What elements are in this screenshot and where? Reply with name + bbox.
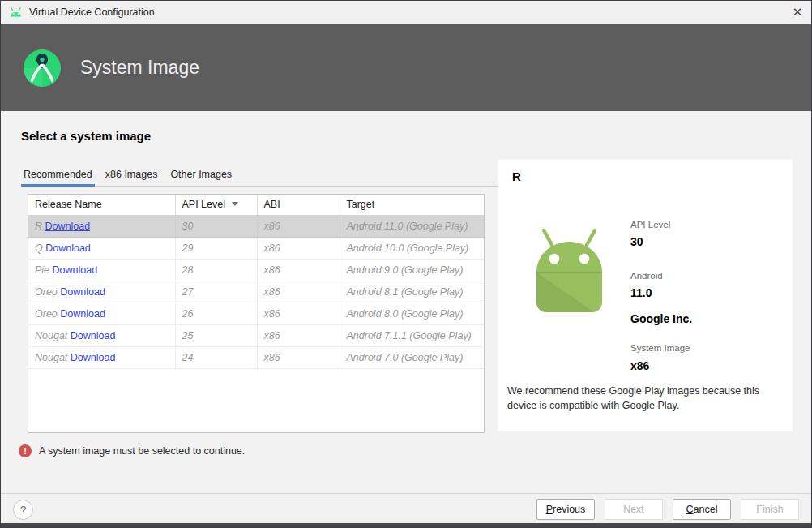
api-level-cell: 28 — [175, 259, 257, 281]
api-level-value: 30 — [630, 235, 643, 248]
release-name: Oreo — [35, 308, 58, 320]
system-image-value: x86 — [630, 359, 649, 372]
table-row[interactable]: Q Download 29 x86 Android 10.0 (Google P… — [28, 237, 484, 259]
tab-other-images[interactable]: Other Images — [168, 165, 234, 187]
target-cell: Android 9.0 (Google Play) — [340, 259, 484, 281]
target-cell: Android 7.0 (Google Play) — [340, 346, 484, 368]
download-link[interactable]: Download — [71, 330, 116, 341]
target-cell: Android 7.1.1 (Google Play) — [340, 324, 484, 346]
android-version-value: 11.0 — [630, 286, 652, 299]
api-level-cell: 27 — [175, 281, 257, 303]
column-header-api-level[interactable]: API Level — [175, 195, 257, 215]
table-row[interactable]: Oreo Download 27 x86 Android 8.1 (Google… — [28, 281, 484, 303]
android-studio-logo-icon — [24, 49, 61, 87]
table-header-row: Release Name API Level ABI Target — [28, 195, 484, 215]
wizard-buttons: Previous Next Cancel Finish — [536, 499, 799, 520]
vendor-value: Google Inc. — [630, 312, 692, 325]
system-image-label: System Image — [630, 343, 690, 353]
table-row[interactable]: Nougat Download 25 x86 Android 7.1.1 (Go… — [28, 324, 484, 346]
system-image-table: Release Name API Level ABI Target R Down… — [28, 194, 485, 433]
table-row[interactable]: Pie Download 28 x86 Android 9.0 (Google … — [28, 259, 484, 281]
tab-x86-images[interactable]: x86 Images — [103, 165, 160, 187]
close-icon[interactable]: ✕ — [784, 1, 811, 24]
validation-error: ! A system image must be selected to con… — [19, 444, 245, 457]
error-icon: ! — [19, 444, 32, 457]
api-level-cell: 25 — [175, 324, 257, 346]
window-bottom-border — [1, 523, 811, 527]
api-level-cell: 24 — [175, 346, 257, 368]
abi-cell: x86 — [257, 303, 340, 324]
abi-cell: x86 — [257, 346, 340, 368]
abi-cell: x86 — [257, 237, 340, 259]
title-bar: Virtual Device Configuration ✕ — [1, 1, 811, 24]
image-tabs: Recommended x86 Images Other Images — [21, 165, 503, 187]
target-cell: Android 8.1 (Google Play) — [340, 281, 484, 303]
selected-release-name: R — [512, 170, 521, 183]
section-heading: Select a system image — [21, 129, 151, 143]
api-level-label: API Level — [630, 220, 670, 230]
download-link[interactable]: Download — [45, 243, 91, 254]
next-button: Next — [605, 499, 663, 520]
download-link[interactable]: Download — [60, 286, 105, 298]
release-name: R — [35, 221, 42, 232]
api-level-cell: 29 — [175, 237, 257, 259]
recommendation-text: We recommend these Google Play images be… — [507, 384, 786, 413]
download-link[interactable]: Download — [71, 352, 116, 363]
download-link[interactable]: Download — [53, 264, 98, 276]
android-label: Android — [630, 271, 663, 281]
abi-cell: x86 — [257, 259, 340, 281]
virtual-device-configuration-dialog: Virtual Device Configuration ✕ System Im… — [0, 0, 812, 528]
cancel-button[interactable]: Cancel — [673, 499, 731, 520]
download-link[interactable]: Download — [45, 221, 91, 232]
android-robot-icon — [530, 227, 609, 318]
target-cell: Android 11.0 (Google Play) — [340, 215, 484, 237]
download-link[interactable]: Download — [60, 308, 105, 320]
image-details-panel: R API Level 30 Android 11.0 Google Inc. … — [498, 160, 793, 431]
help-button[interactable]: ? — [13, 500, 33, 520]
tab-recommended[interactable]: Recommended — [21, 165, 95, 187]
release-name: Nougat — [35, 352, 67, 363]
abi-cell: x86 — [257, 324, 340, 346]
wizard-header: System Image — [1, 24, 811, 111]
target-cell: Android 8.0 (Google Play) — [340, 303, 484, 324]
step-title: System Image — [80, 57, 199, 79]
footer-bar: ? Previous Next Cancel Finish — [1, 494, 811, 525]
release-name: Pie — [35, 264, 49, 276]
release-name: Nougat — [35, 330, 67, 341]
table-row[interactable]: Oreo Download 26 x86 Android 8.0 (Google… — [28, 303, 484, 324]
finish-button: Finish — [741, 499, 799, 520]
release-name: Q — [35, 243, 43, 254]
table-row[interactable]: R Download 30 x86 Android 11.0 (Google P… — [28, 215, 484, 237]
android-head-icon — [9, 7, 23, 17]
column-header-abi[interactable]: ABI — [257, 195, 340, 215]
column-header-target[interactable]: Target — [340, 195, 484, 215]
previous-button[interactable]: Previous — [536, 499, 595, 520]
api-level-cell: 26 — [175, 303, 257, 324]
release-name: Oreo — [35, 286, 58, 298]
sort-descending-icon — [232, 202, 238, 206]
column-header-release-name[interactable]: Release Name — [28, 195, 175, 215]
window-title: Virtual Device Configuration — [29, 6, 155, 18]
abi-cell: x86 — [257, 281, 340, 303]
abi-cell: x86 — [257, 215, 340, 237]
api-level-cell: 30 — [175, 215, 257, 237]
table-row[interactable]: Nougat Download 24 x86 Android 7.0 (Goog… — [28, 346, 484, 368]
target-cell: Android 10.0 (Google Play) — [340, 237, 484, 259]
error-message: A system image must be selected to conti… — [39, 445, 245, 457]
